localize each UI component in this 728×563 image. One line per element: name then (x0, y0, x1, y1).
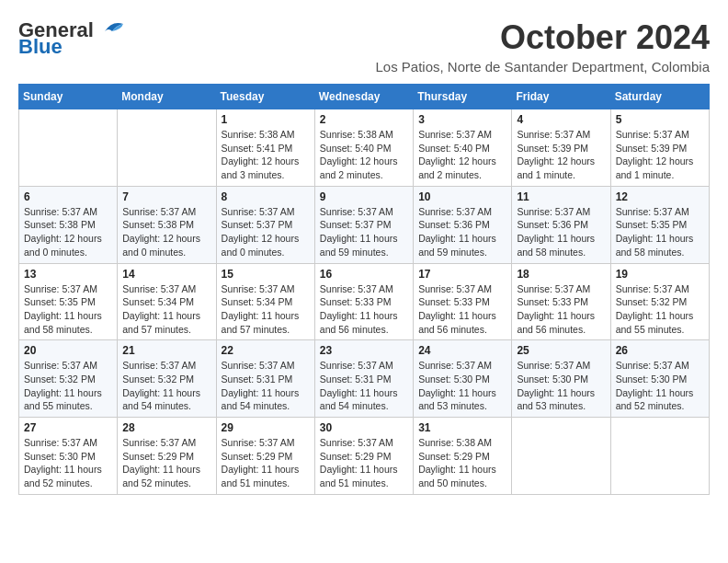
logo-blue: Blue (18, 35, 63, 59)
calendar-cell (512, 418, 610, 495)
day-number: 4 (517, 113, 605, 126)
calendar-cell: 13Sunrise: 5:37 AM Sunset: 5:35 PM Dayli… (19, 263, 118, 340)
weekday-header-thursday: Thursday (414, 85, 512, 109)
calendar-cell (19, 109, 118, 187)
day-info: Sunrise: 5:37 AM Sunset: 5:34 PM Dayligh… (122, 282, 210, 337)
day-info: Sunrise: 5:37 AM Sunset: 5:33 PM Dayligh… (418, 282, 506, 337)
weekday-header-saturday: Saturday (610, 85, 709, 109)
calendar-cell: 10Sunrise: 5:37 AM Sunset: 5:36 PM Dayli… (414, 186, 512, 263)
calendar-cell: 18Sunrise: 5:37 AM Sunset: 5:33 PM Dayli… (512, 263, 610, 340)
day-info: Sunrise: 5:37 AM Sunset: 5:30 PM Dayligh… (418, 359, 506, 413)
calendar-cell: 7Sunrise: 5:37 AM Sunset: 5:38 PM Daylig… (118, 186, 216, 263)
title-section: October 2024 Los Patios, Norte de Santan… (375, 18, 710, 75)
day-info: Sunrise: 5:38 AM Sunset: 5:40 PM Dayligh… (320, 128, 408, 182)
day-number: 5 (616, 113, 704, 126)
weekday-header-monday: Monday (118, 85, 216, 109)
day-info: Sunrise: 5:37 AM Sunset: 5:30 PM Dayligh… (616, 359, 704, 413)
calendar-cell (610, 418, 709, 495)
day-info: Sunrise: 5:37 AM Sunset: 5:37 PM Dayligh… (222, 205, 310, 259)
day-info: Sunrise: 5:37 AM Sunset: 5:32 PM Dayligh… (24, 359, 112, 413)
day-number: 31 (418, 421, 506, 434)
day-number: 3 (418, 113, 506, 126)
calendar-cell: 5Sunrise: 5:37 AM Sunset: 5:39 PM Daylig… (610, 109, 709, 187)
weekday-header-tuesday: Tuesday (216, 85, 314, 109)
calendar-cell: 15Sunrise: 5:37 AM Sunset: 5:34 PM Dayli… (216, 263, 314, 340)
calendar-week-3: 13Sunrise: 5:37 AM Sunset: 5:35 PM Dayli… (19, 263, 710, 340)
day-info: Sunrise: 5:37 AM Sunset: 5:30 PM Dayligh… (517, 359, 605, 413)
day-number: 22 (222, 344, 310, 357)
day-number: 15 (222, 268, 310, 281)
day-info: Sunrise: 5:37 AM Sunset: 5:34 PM Dayligh… (222, 282, 310, 337)
day-info: Sunrise: 5:37 AM Sunset: 5:38 PM Dayligh… (24, 205, 112, 259)
calendar-cell: 9Sunrise: 5:37 AM Sunset: 5:37 PM Daylig… (314, 186, 413, 263)
page-header: General Blue October 2024 Los Patios, No… (18, 18, 710, 75)
calendar-cell: 3Sunrise: 5:37 AM Sunset: 5:40 PM Daylig… (414, 109, 512, 187)
calendar-table: SundayMondayTuesdayWednesdayThursdayFrid… (18, 84, 710, 495)
day-number: 14 (122, 268, 210, 281)
day-number: 6 (24, 190, 112, 203)
day-info: Sunrise: 5:37 AM Sunset: 5:29 PM Dayligh… (320, 436, 408, 490)
calendar-cell: 17Sunrise: 5:37 AM Sunset: 5:33 PM Dayli… (414, 263, 512, 340)
logo-bird-icon (96, 18, 125, 39)
weekday-header-friday: Friday (512, 85, 610, 109)
day-number: 25 (517, 344, 605, 357)
day-number: 29 (222, 421, 310, 434)
day-info: Sunrise: 5:37 AM Sunset: 5:36 PM Dayligh… (517, 205, 605, 259)
calendar-week-5: 27Sunrise: 5:37 AM Sunset: 5:30 PM Dayli… (19, 418, 710, 495)
day-number: 7 (122, 190, 210, 203)
day-info: Sunrise: 5:38 AM Sunset: 5:29 PM Dayligh… (418, 436, 506, 490)
day-info: Sunrise: 5:37 AM Sunset: 5:31 PM Dayligh… (320, 359, 408, 413)
day-number: 20 (24, 344, 112, 357)
day-number: 24 (418, 344, 506, 357)
day-info: Sunrise: 5:37 AM Sunset: 5:36 PM Dayligh… (418, 205, 506, 259)
day-number: 18 (517, 268, 605, 281)
day-number: 1 (222, 113, 310, 126)
day-number: 2 (320, 113, 408, 126)
day-info: Sunrise: 5:37 AM Sunset: 5:35 PM Dayligh… (616, 205, 704, 259)
calendar-cell: 12Sunrise: 5:37 AM Sunset: 5:35 PM Dayli… (610, 186, 709, 263)
day-number: 11 (517, 190, 605, 203)
day-info: Sunrise: 5:37 AM Sunset: 5:29 PM Dayligh… (122, 436, 210, 490)
day-number: 28 (122, 421, 210, 434)
calendar-cell: 11Sunrise: 5:37 AM Sunset: 5:36 PM Dayli… (512, 186, 610, 263)
day-number: 12 (616, 190, 704, 203)
day-number: 30 (320, 421, 408, 434)
day-number: 17 (418, 268, 506, 281)
calendar-cell: 26Sunrise: 5:37 AM Sunset: 5:30 PM Dayli… (610, 340, 709, 418)
day-info: Sunrise: 5:37 AM Sunset: 5:32 PM Dayligh… (616, 282, 704, 337)
calendar-cell: 27Sunrise: 5:37 AM Sunset: 5:30 PM Dayli… (19, 418, 118, 495)
calendar-week-1: 1Sunrise: 5:38 AM Sunset: 5:41 PM Daylig… (19, 109, 710, 187)
day-info: Sunrise: 5:37 AM Sunset: 5:33 PM Dayligh… (320, 282, 408, 337)
day-info: Sunrise: 5:37 AM Sunset: 5:37 PM Dayligh… (320, 205, 408, 259)
day-info: Sunrise: 5:37 AM Sunset: 5:30 PM Dayligh… (24, 436, 112, 490)
calendar-cell: 4Sunrise: 5:37 AM Sunset: 5:39 PM Daylig… (512, 109, 610, 187)
day-number: 13 (24, 268, 112, 281)
weekday-header-wednesday: Wednesday (314, 85, 413, 109)
calendar-cell: 22Sunrise: 5:37 AM Sunset: 5:31 PM Dayli… (216, 340, 314, 418)
calendar-cell: 14Sunrise: 5:37 AM Sunset: 5:34 PM Dayli… (118, 263, 216, 340)
day-info: Sunrise: 5:37 AM Sunset: 5:32 PM Dayligh… (122, 359, 210, 413)
calendar-cell: 19Sunrise: 5:37 AM Sunset: 5:32 PM Dayli… (610, 263, 709, 340)
calendar-cell: 28Sunrise: 5:37 AM Sunset: 5:29 PM Dayli… (118, 418, 216, 495)
calendar-week-4: 20Sunrise: 5:37 AM Sunset: 5:32 PM Dayli… (19, 340, 710, 418)
day-info: Sunrise: 5:38 AM Sunset: 5:41 PM Dayligh… (222, 128, 310, 182)
calendar-cell: 16Sunrise: 5:37 AM Sunset: 5:33 PM Dayli… (314, 263, 413, 340)
calendar-cell: 2Sunrise: 5:38 AM Sunset: 5:40 PM Daylig… (314, 109, 413, 187)
calendar-cell: 1Sunrise: 5:38 AM Sunset: 5:41 PM Daylig… (216, 109, 314, 187)
weekday-header-row: SundayMondayTuesdayWednesdayThursdayFrid… (19, 85, 710, 109)
day-number: 8 (222, 190, 310, 203)
day-info: Sunrise: 5:37 AM Sunset: 5:39 PM Dayligh… (616, 128, 704, 182)
day-info: Sunrise: 5:37 AM Sunset: 5:40 PM Dayligh… (418, 128, 506, 182)
day-number: 26 (616, 344, 704, 357)
calendar-cell: 23Sunrise: 5:37 AM Sunset: 5:31 PM Dayli… (314, 340, 413, 418)
calendar-cell: 31Sunrise: 5:38 AM Sunset: 5:29 PM Dayli… (414, 418, 512, 495)
month-title: October 2024 (375, 18, 710, 57)
calendar-cell: 25Sunrise: 5:37 AM Sunset: 5:30 PM Dayli… (512, 340, 610, 418)
day-info: Sunrise: 5:37 AM Sunset: 5:35 PM Dayligh… (24, 282, 112, 337)
calendar-cell: 24Sunrise: 5:37 AM Sunset: 5:30 PM Dayli… (414, 340, 512, 418)
day-info: Sunrise: 5:37 AM Sunset: 5:31 PM Dayligh… (222, 359, 310, 413)
calendar-cell (118, 109, 216, 187)
day-number: 19 (616, 268, 704, 281)
day-info: Sunrise: 5:37 AM Sunset: 5:29 PM Dayligh… (222, 436, 310, 490)
day-number: 16 (320, 268, 408, 281)
